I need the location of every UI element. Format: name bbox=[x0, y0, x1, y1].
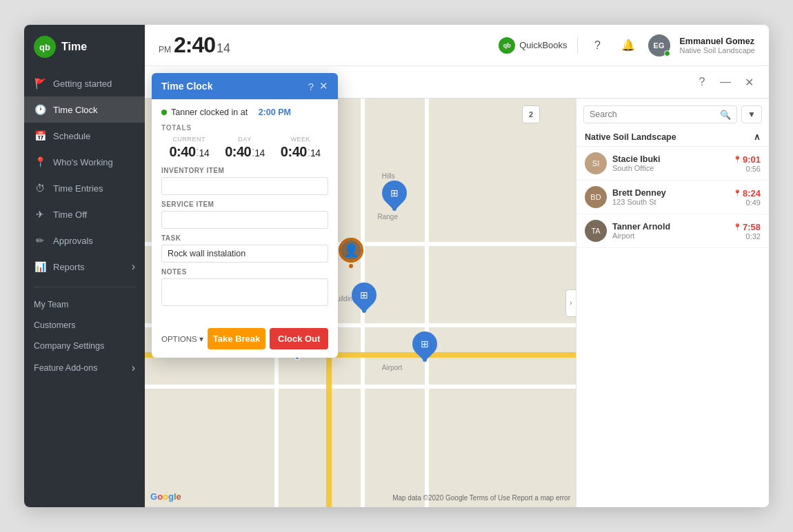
task-input[interactable] bbox=[161, 245, 328, 263]
sidebar-label-whos-working: Who's Working bbox=[53, 157, 113, 167]
total-day: DAY 0:40:14 bbox=[217, 136, 273, 160]
modal-help-button[interactable]: ? bbox=[308, 81, 314, 92]
map-pin-2: ⊞ bbox=[352, 283, 377, 313]
google-logo: Google bbox=[150, 491, 181, 502]
calendar-icon: 📅 bbox=[34, 130, 46, 142]
employee-location-stacie: South Office bbox=[612, 164, 727, 172]
map-label-range: Range bbox=[378, 213, 398, 221]
modal-header: Time Clock ? ✕ bbox=[152, 73, 338, 99]
employee-row-tanner: TA Tanner Arnold Airport 📍 7:58 bbox=[576, 214, 769, 248]
pin-icon-brett: 📍 bbox=[733, 190, 741, 197]
sidebar-item-reports[interactable]: 📊 Reports bbox=[24, 254, 145, 280]
notes-label: NOTES bbox=[161, 268, 328, 276]
total-current: CURRENT 0:40:14 bbox=[161, 136, 217, 160]
employee-row-stacie: SI Stacie Ibuki South Office 📍 9:01 bbox=[576, 147, 769, 181]
modal-header-controls: ? ✕ bbox=[308, 80, 328, 92]
user-company: Native Soil Landscape bbox=[680, 46, 755, 54]
avatar: EG bbox=[648, 34, 670, 57]
sidebar-item-my-team[interactable]: My Team bbox=[24, 294, 145, 315]
sidebar-label-time-entries: Time Entries bbox=[53, 183, 103, 194]
user-name: Emmanuel Gomez bbox=[680, 37, 755, 46]
time-main: 2:40 bbox=[174, 32, 215, 58]
options-button[interactable]: OPTIONS ▾ bbox=[161, 334, 203, 344]
avatar-brett: BD bbox=[585, 186, 607, 208]
employee-name-stacie: Stacie Ibuki bbox=[612, 154, 727, 164]
options-chevron-icon: ▾ bbox=[199, 334, 203, 344]
search-input-wrap: 🔍 bbox=[583, 105, 737, 123]
day-label: DAY bbox=[217, 136, 273, 143]
sidebar: qb Time 🚩 Getting started 🕐 Time Clock 📅… bbox=[24, 25, 145, 507]
employee-time-tanner: 📍 7:58 0:32 bbox=[733, 222, 761, 241]
search-input[interactable] bbox=[590, 106, 720, 123]
time-seconds: 14 bbox=[217, 41, 230, 56]
map-user-pin-other: 👤 bbox=[339, 238, 363, 268]
top-divider bbox=[577, 37, 578, 54]
notes-textarea[interactable] bbox=[161, 278, 328, 306]
main-area: PM 2:40 14 qb QuickBooks ? 🔔 EG Emmanuel… bbox=[145, 25, 769, 507]
week-label: WEEK bbox=[272, 136, 328, 143]
clock-out-button[interactable]: Clock Out bbox=[270, 328, 328, 349]
panel-minimize-button[interactable]: — bbox=[716, 73, 734, 91]
avatar-stacie: SI bbox=[585, 152, 607, 174]
sidebar-item-time-off[interactable]: ✈ Time Off bbox=[24, 201, 145, 227]
sidebar-item-customers[interactable]: Customers bbox=[24, 315, 145, 336]
sidebar-item-time-clock[interactable]: 🕐 Time Clock bbox=[24, 96, 145, 123]
panel-help-button[interactable]: ? bbox=[693, 73, 711, 91]
take-break-button[interactable]: Take Break bbox=[208, 328, 266, 349]
sidebar-label-time-off: Time Off bbox=[53, 209, 87, 220]
options-label: OPTIONS bbox=[161, 335, 197, 343]
employee-info-brett: Brett Denney 123 South St bbox=[612, 188, 727, 206]
map-label-hills: Hills bbox=[382, 172, 395, 180]
search-row: 🔍 ▼ bbox=[576, 99, 769, 127]
service-item-input[interactable] bbox=[161, 211, 328, 229]
user-info: Emmanuel Gomez Native Soil Landscape bbox=[680, 37, 755, 54]
sidebar-logo: qb Time bbox=[24, 25, 145, 68]
logo-icon: qb bbox=[34, 36, 56, 58]
sidebar-label-schedule: Schedule bbox=[53, 131, 90, 141]
map-collapse-button[interactable]: › bbox=[565, 289, 576, 317]
help-button[interactable]: ? bbox=[588, 35, 608, 56]
sidebar-item-whos-working[interactable]: 📍 Who's Working bbox=[24, 149, 145, 175]
sidebar-item-schedule[interactable]: 📅 Schedule bbox=[24, 123, 145, 149]
clock-icon: 🕐 bbox=[34, 103, 46, 116]
employee-info-stacie: Stacie Ibuki South Office bbox=[612, 154, 727, 172]
top-bar: PM 2:40 14 qb QuickBooks ? 🔔 EG Emmanuel… bbox=[145, 25, 769, 66]
sidebar-label-getting-started: Getting started bbox=[53, 79, 112, 89]
panel-close-button[interactable]: ✕ bbox=[740, 73, 758, 91]
modal-footer: OPTIONS ▾ Take Break Clock Out bbox=[152, 323, 338, 358]
company-collapse-icon[interactable]: ∧ bbox=[754, 132, 761, 142]
clocked-in-time: 2:00 PM bbox=[259, 108, 291, 117]
airplane-icon: ✈ bbox=[34, 208, 46, 221]
sidebar-item-approvals[interactable]: ✏ Approvals bbox=[24, 227, 145, 254]
modal-title: Time Clock bbox=[161, 81, 212, 92]
notifications-button[interactable]: 🔔 bbox=[618, 35, 639, 56]
sidebar-label-time-clock: Time Clock bbox=[53, 105, 98, 115]
modal-close-button[interactable]: ✕ bbox=[319, 80, 328, 92]
modal-body: Tanner clocked in at 2:00 PM TOTALS CURR… bbox=[152, 99, 338, 323]
timer-icon: ⏱ bbox=[34, 182, 46, 194]
sidebar-item-feature-add-ons[interactable]: Feature Add-ons bbox=[24, 356, 145, 380]
employee-info-tanner: Tanner Arnold Airport bbox=[612, 222, 727, 240]
employee-name-brett: Brett Denney bbox=[612, 188, 727, 198]
service-item-row: SERVICE ITEM bbox=[161, 201, 328, 229]
time-sub-tanner: 0:32 bbox=[733, 232, 761, 241]
totals-row: CURRENT 0:40:14 DAY 0:40:14 bbox=[161, 136, 328, 160]
pin-icon-tanner: 📍 bbox=[733, 223, 741, 231]
quickbooks-badge: qb QuickBooks bbox=[499, 37, 567, 54]
map-label-airport: Airport bbox=[382, 364, 402, 371]
inventory-item-input[interactable] bbox=[161, 177, 328, 195]
filter-icon: ▼ bbox=[747, 110, 756, 119]
chart-icon: 📊 bbox=[34, 260, 46, 273]
quickbooks-icon: qb bbox=[499, 37, 515, 54]
time-sub-stacie: 0:56 bbox=[733, 165, 761, 173]
total-week: WEEK 0:40:14 bbox=[272, 136, 328, 160]
sidebar-item-time-entries[interactable]: ⏱ Time Entries bbox=[24, 175, 145, 201]
sidebar-item-company-settings[interactable]: Company Settings bbox=[24, 336, 145, 356]
sidebar-item-getting-started[interactable]: 🚩 Getting started bbox=[24, 70, 145, 96]
company-name: Native Soil Landscape bbox=[585, 132, 676, 142]
map-number-badge: 2 bbox=[522, 105, 540, 123]
filter-button[interactable]: ▼ bbox=[741, 105, 762, 123]
edit-icon: ✏ bbox=[34, 234, 46, 247]
flag-icon: 🚩 bbox=[34, 77, 46, 90]
location-icon: 📍 bbox=[34, 156, 46, 168]
